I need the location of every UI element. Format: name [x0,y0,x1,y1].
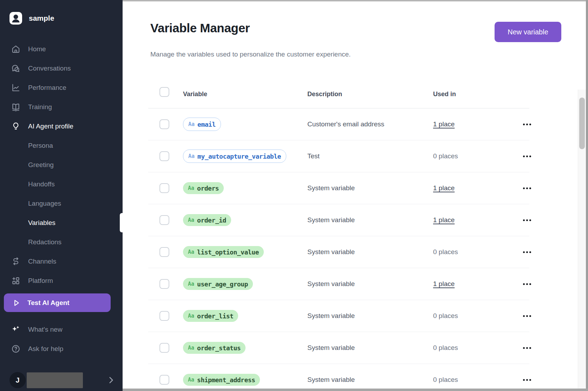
sidebar-item-languages[interactable]: Languages [0,194,123,213]
row-checkbox[interactable] [159,311,169,321]
window-bottom-scrollbar[interactable] [123,389,588,391]
table-row: Aamy_autocapture_variableTest0 places [148,140,529,172]
conversations-icon [11,63,21,74]
row-actions-button[interactable] [519,215,535,225]
table-row: Aashipment_addressSystem variable0 place… [148,364,529,391]
sidebar-footer-nav: What's newAsk for help [0,320,123,358]
sidebar-item-label: Redactions [28,238,61,246]
variable-badge[interactable]: Aaorder_id [183,214,231,226]
used-in-link[interactable]: 1 place [433,120,455,128]
sidebar-item-ai-agent-profile[interactable]: AI Agent profile [0,117,123,136]
variable-type-icon: Aa [188,345,194,351]
select-all-checkbox[interactable] [159,87,169,97]
row-checkbox[interactable] [159,375,169,385]
variable-name: order_id [197,217,226,224]
variable-badge[interactable]: Aaorder_list [183,310,238,322]
home-icon [11,44,21,54]
sidebar-item-conversations[interactable]: Conversations [0,59,123,78]
platform-icon [11,276,21,286]
row-actions-button[interactable] [519,343,535,353]
new-variable-button[interactable]: New variable [495,22,561,42]
variable-name: my_autocapture_variable [197,153,281,160]
sidebar-item-label: Training [28,103,52,111]
row-actions-button[interactable] [519,151,535,161]
row-checkbox[interactable] [159,343,169,353]
row-checkbox[interactable] [159,215,169,225]
table-row: Aaorder_statusSystem variable0 places [148,332,529,364]
row-actions-button[interactable] [519,311,535,321]
sidebar-item-label: Performance [28,84,66,92]
row-actions-button[interactable] [519,119,535,130]
table-row: Aaorder_idSystem variable1 place [148,204,529,236]
variable-badge[interactable]: Aaemail [183,118,221,131]
sidebar-item-performance[interactable]: Performance [0,78,123,97]
vertical-scrollbar-track[interactable] [578,90,586,389]
sidebar-item-greeting[interactable]: Greeting [0,155,123,174]
performance-icon [11,82,21,93]
workspace-avatar-icon [9,12,22,25]
sidebar-item-redactions[interactable]: Redactions [0,232,123,252]
sidebar-item-training[interactable]: Training [0,97,123,117]
variable-badge[interactable]: Aashipment_address [183,374,260,386]
workspace-name: sample [29,14,54,22]
row-actions-button[interactable] [519,279,535,289]
user-avatar: J [9,372,26,388]
used-in-count: 0 places [433,248,458,256]
test-ai-agent-label: Test AI Agent [27,299,70,307]
variable-description: Customer's email address [307,120,384,128]
row-actions-button[interactable] [519,183,535,193]
used-in-link[interactable]: 1 place [433,184,455,192]
sidebar-item-persona[interactable]: Persona [0,136,123,155]
row-checkbox[interactable] [159,183,169,193]
variable-description: System variable [307,376,355,384]
test-ai-agent-button[interactable]: Test AI Agent [4,293,111,312]
content-card: Variable Manager New variable Manage the… [123,1,588,391]
row-checkbox[interactable] [159,247,169,257]
play-icon [11,298,21,308]
sidebar-item-home[interactable]: Home [0,39,123,59]
sidebar-item-label: Greeting [28,161,54,169]
variable-name: orders [197,185,219,192]
variable-type-icon: Aa [188,217,194,223]
sidebar-item-handoffs[interactable]: Handoffs [0,174,123,194]
window-right-scrollbar[interactable] [586,0,588,391]
active-page-indicator [120,213,123,232]
used-in-link[interactable]: 1 place [433,216,455,224]
user-menu[interactable]: J [9,372,116,388]
row-actions-button[interactable] [519,247,535,257]
row-checkbox[interactable] [159,279,169,289]
vertical-scrollbar-thumb[interactable] [579,98,585,149]
variable-name: order_list [197,312,233,320]
used-in-count: 0 places [433,344,458,352]
sidebar-item-platform[interactable]: Platform [0,271,123,290]
page-title: Variable Manager [150,21,250,35]
variable-badge[interactable]: Aalist_option_value [183,246,264,258]
variable-name: email [197,121,216,128]
table-row: Aalist_option_valueSystem variable0 plac… [148,236,529,268]
variable-description: System variable [307,344,355,352]
sidebar-item-label: What's new [28,326,63,333]
sidebar-item-label: Persona [28,142,53,150]
sidebar-item-channels[interactable]: Channels [0,252,123,271]
channels-icon [11,256,21,267]
used-in-link[interactable]: 1 place [433,280,455,288]
sidebar-item-label: Handoffs [28,180,55,188]
variable-type-icon: Aa [188,313,194,319]
sidebar-item-ask-for-help[interactable]: Ask for help [0,339,123,358]
help-icon [11,344,21,354]
variable-description: System variable [307,248,355,256]
sidebar-item-what-s-new[interactable]: What's new [0,320,123,339]
workspace-switcher[interactable]: sample [0,9,123,27]
row-actions-button[interactable] [519,375,535,385]
variable-badge[interactable]: Aaorders [183,182,224,194]
main-content: Variable Manager New variable Manage the… [123,0,588,391]
variable-badge[interactable]: Aamy_autocapture_variable [183,150,286,163]
row-checkbox[interactable] [159,119,169,129]
row-checkbox[interactable] [159,151,169,161]
sidebar-item-variables[interactable]: Variables [0,213,123,232]
variable-badge[interactable]: Aaorder_status [183,342,246,354]
table-row: Aauser_age_groupSystem variable1 place [148,268,529,300]
chevron-right-icon [106,376,116,385]
variable-badge[interactable]: Aauser_age_group [183,278,253,290]
page-subtitle: Manage the variables used to personalize… [150,51,351,58]
